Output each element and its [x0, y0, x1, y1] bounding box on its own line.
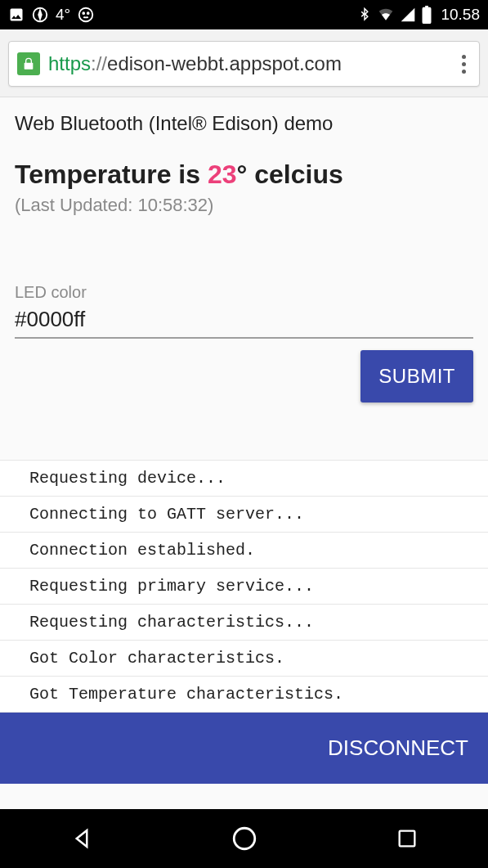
status-temperature: 4° [56, 6, 70, 24]
log-item: Got Temperature characteristics. [0, 676, 488, 713]
url-bar[interactable]: https://edison-webbt.appspot.com [8, 41, 480, 87]
url-text: https://edison-webbt.appspot.com [48, 52, 342, 75]
compass-icon [31, 6, 49, 24]
svg-point-1 [79, 8, 93, 22]
temperature-value: 23 [208, 160, 237, 189]
status-time: 10.58 [441, 6, 480, 24]
android-nav-bar [0, 809, 488, 868]
log-item: Requesting device... [0, 460, 488, 496]
temperature-suffix: ° celcius [237, 160, 343, 189]
page-title: Web Bluetooth (Intel® Edison) demo [0, 97, 488, 143]
log-list: Requesting device... Connecting to GATT … [0, 460, 488, 713]
temperature-heading: Temperature is 23° celcius [15, 160, 473, 190]
log-item: Requesting primary service... [0, 568, 488, 604]
footer-bar: DISCONNECT [0, 713, 488, 784]
disconnect-button[interactable]: DISCONNECT [328, 735, 468, 761]
home-button[interactable] [226, 821, 262, 857]
wifi-icon [377, 7, 395, 23]
log-item: Got Color characteristics. [0, 640, 488, 676]
svg-point-4 [234, 828, 255, 849]
page-content: Web Bluetooth (Intel® Edison) demo Tempe… [0, 97, 488, 809]
led-label: LED color [15, 283, 473, 302]
browser-toolbar: https://edison-webbt.appspot.com [0, 29, 488, 97]
svg-point-2 [83, 12, 85, 14]
led-color-input[interactable] [15, 305, 473, 339]
temperature-block: Temperature is 23° celcius (Last Updated… [0, 143, 488, 219]
url-separator: :// [91, 52, 107, 74]
last-updated-label: (Last Updated: [15, 195, 137, 215]
svg-point-3 [87, 12, 89, 14]
recents-button[interactable] [389, 821, 425, 857]
url-scheme: https [48, 52, 91, 74]
temperature-prefix: Temperature is [15, 160, 208, 189]
battery-icon [421, 6, 432, 24]
back-button[interactable] [64, 821, 100, 857]
led-block: LED color SUBMIT [0, 219, 488, 403]
url-host: edison-webbt.appspot.com [107, 52, 342, 74]
browser-menu-button[interactable] [457, 55, 471, 74]
android-status-bar: 4° 10.58 [0, 0, 488, 29]
lock-icon [17, 52, 40, 75]
face-icon [77, 6, 95, 24]
last-updated-time: 10:58:32 [137, 195, 208, 215]
log-item: Connection established. [0, 532, 488, 568]
svg-rect-5 [399, 831, 414, 847]
last-updated-close: ) [208, 195, 213, 215]
image-icon [8, 7, 25, 23]
last-updated: (Last Updated: 10:58:32) [15, 195, 473, 216]
submit-button[interactable]: SUBMIT [360, 350, 473, 403]
log-item: Connecting to GATT server... [0, 496, 488, 532]
bluetooth-icon [357, 6, 372, 24]
log-item: Requesting characteristics... [0, 604, 488, 640]
signal-icon [400, 7, 416, 23]
